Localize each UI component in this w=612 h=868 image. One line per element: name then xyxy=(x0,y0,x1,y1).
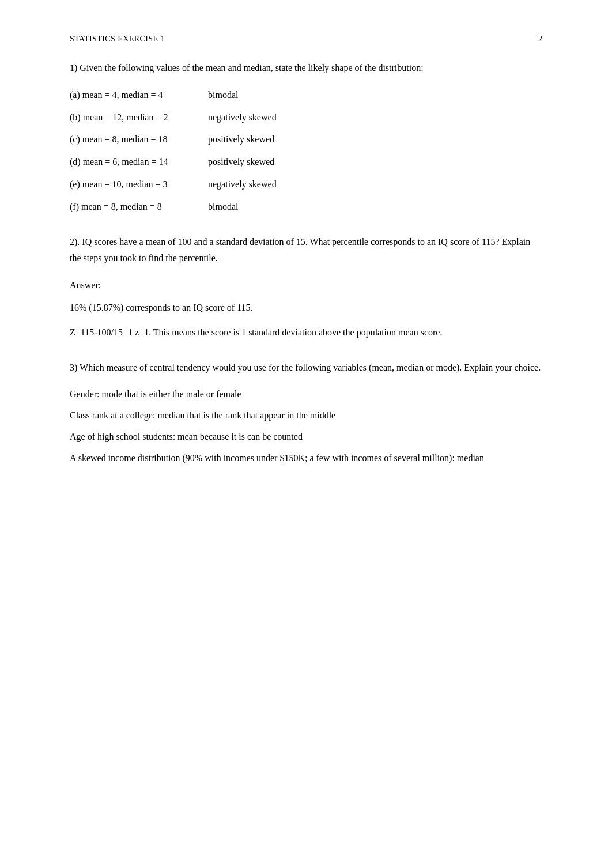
question-1: 1) Given the following values of the mea… xyxy=(70,60,542,216)
page: STATISTICS EXERCISE 1 2 1) Given the fol… xyxy=(70,0,542,531)
table-row: (d) mean = 6, median = 14positively skew… xyxy=(70,154,542,171)
question-3: 3) Which measure of central tendency wou… xyxy=(70,360,542,467)
question-3-text: 3) Which measure of central tendency wou… xyxy=(70,360,542,376)
q3-line-2: Age of high school students: mean becaus… xyxy=(70,429,542,446)
question-2-text: 2). IQ scores have a mean of 100 and a s… xyxy=(70,234,542,267)
q1-row-2-value: positively skewed xyxy=(208,131,542,148)
q1-row-4-value: negatively skewed xyxy=(208,176,542,193)
q3-line-1: Class rank at a college: median that is … xyxy=(70,407,542,424)
question-2-answer-line1: 16% (15.87%) corresponds to an IQ score … xyxy=(70,300,542,316)
question-3-lines: Gender: mode that is either the male or … xyxy=(70,386,542,466)
q1-row-4-label: (e) mean = 10, median = 3 xyxy=(70,176,208,193)
q1-row-0-value: bimodal xyxy=(208,87,542,104)
q1-row-3-label: (d) mean = 6, median = 14 xyxy=(70,154,208,171)
question-2-answer-label: Answer: xyxy=(70,277,542,294)
q3-line-3: A skewed income distribution (90% with i… xyxy=(70,450,542,467)
table-row: (b) mean = 12, median = 2negatively skew… xyxy=(70,110,542,126)
table-row: (f) mean = 8, median = 8bimodal xyxy=(70,199,542,216)
q1-row-1-label: (b) mean = 12, median = 2 xyxy=(70,110,208,126)
table-row: (e) mean = 10, median = 3negatively skew… xyxy=(70,176,542,193)
question-2: 2). IQ scores have a mean of 100 and a s… xyxy=(70,234,542,341)
table-row: (a) mean = 4, median = 4bimodal xyxy=(70,87,542,104)
page-header: STATISTICS EXERCISE 1 2 xyxy=(70,35,542,44)
q1-row-2-label: (c) mean = 8, median = 18 xyxy=(70,131,208,148)
header-title: STATISTICS EXERCISE 1 xyxy=(70,35,165,44)
q1-row-5-label: (f) mean = 8, median = 8 xyxy=(70,199,208,216)
q3-line-0: Gender: mode that is either the male or … xyxy=(70,386,542,403)
question-1-text: 1) Given the following values of the mea… xyxy=(70,60,542,77)
question-1-table: (a) mean = 4, median = 4bimodal(b) mean … xyxy=(70,87,542,216)
q1-row-3-value: positively skewed xyxy=(208,154,542,171)
q1-row-5-value: bimodal xyxy=(208,199,542,216)
q1-row-0-label: (a) mean = 4, median = 4 xyxy=(70,87,208,104)
header-page-number: 2 xyxy=(538,35,542,44)
table-row: (c) mean = 8, median = 18positively skew… xyxy=(70,131,542,148)
q1-row-1-value: negatively skewed xyxy=(208,110,542,126)
question-2-answer-line2: Z=115-100/15=1 z=1. This means the score… xyxy=(70,324,542,341)
